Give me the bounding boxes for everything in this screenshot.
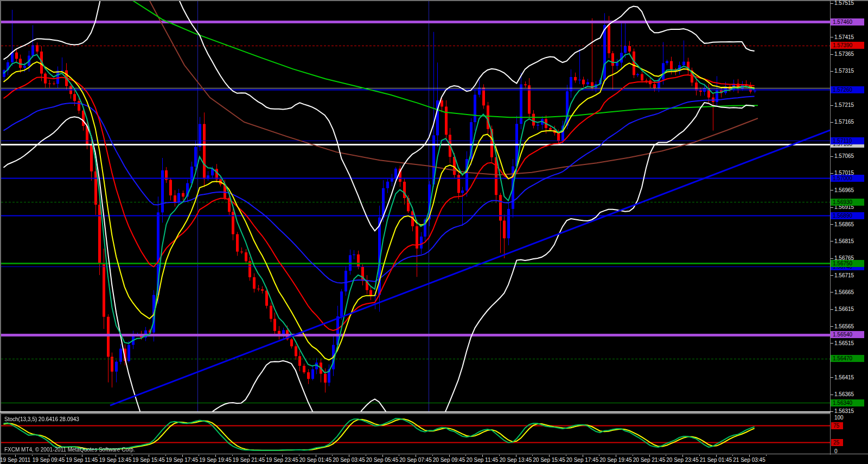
price-tick-label: 1.57215	[834, 101, 854, 109]
price-marker: 1.57000	[831, 175, 864, 182]
time-label: 19 Sep 21:45	[233, 456, 265, 463]
price-marker: 1.57260	[831, 86, 864, 93]
time-minor-tick	[532, 455, 533, 456]
time-minor-tick	[633, 455, 633, 456]
price-tick-label: 1.57415	[834, 34, 854, 41]
time-label: 20 Sep 01:45	[299, 456, 332, 463]
price-tick-mark	[831, 207, 833, 208]
time-minor-tick	[699, 455, 700, 456]
price-tick-mark	[831, 224, 833, 225]
price-tick-label: 1.57315	[834, 67, 854, 74]
time-minor-tick	[366, 455, 366, 456]
price-tick-label: 1.56515	[834, 340, 854, 347]
price-tick-mark	[831, 377, 833, 378]
time-minor-tick	[265, 455, 266, 456]
price-tick-mark	[831, 258, 833, 259]
time-minor-tick	[232, 455, 233, 456]
time-minor-tick	[199, 455, 199, 456]
time-label: 20 Sep 19:45	[599, 456, 632, 463]
price-tick-label: 1.56965	[834, 187, 854, 194]
price-tick-mark	[831, 292, 833, 293]
time-label: 19 Sep 17:45	[166, 456, 199, 463]
time-label: 20 Sep 13:45	[500, 456, 532, 463]
stoch-indicator-name: Stoch(13,3,5)	[4, 416, 37, 422]
price-marker: 1.56750	[831, 260, 864, 267]
time-minor-tick	[432, 455, 433, 456]
price-tick-mark	[831, 3, 833, 4]
time-label: 20 Sep 23:45	[666, 456, 699, 463]
price-tick-label: 1.56865	[834, 221, 854, 228]
time-minor-tick	[99, 455, 99, 456]
time-label: 20 Sep 05:45	[366, 456, 399, 463]
time-label: 20 Sep 11:45	[467, 456, 499, 463]
stoch-axis-label: 0	[834, 448, 838, 455]
time-minor-tick	[666, 455, 666, 456]
price-tick-mark	[831, 54, 833, 55]
time-label: 19 Sep 23:45	[266, 456, 298, 463]
price-tick-mark	[831, 411, 833, 412]
price-tick-mark	[831, 105, 833, 106]
main-chart-canvas[interactable]	[1, 1, 830, 411]
price-tick-mark	[831, 173, 833, 174]
mt4-chart-window: 1.575151.574151.573651.573151.572151.571…	[0, 0, 868, 464]
price-marker: 1.56470	[831, 355, 864, 362]
price-tick-label: 1.56665	[834, 289, 854, 296]
time-minor-tick	[65, 455, 66, 456]
time-axis[interactable]: 19 Sep 201119 Sep 09:4519 Sep 11:4519 Se…	[0, 455, 868, 464]
time-axis-separator	[0, 454, 868, 454]
price-marker: 1.56540	[831, 331, 864, 338]
time-minor-tick	[499, 455, 500, 456]
time-label: 20 Sep 21:45	[633, 456, 666, 463]
time-minor-tick	[132, 455, 132, 456]
price-marker: 1.56340	[831, 399, 864, 406]
price-tick-mark	[831, 343, 833, 344]
price-tick-label: 1.57065	[834, 152, 854, 160]
time-label: 19 Sep 15:45	[132, 456, 165, 463]
time-minor-tick	[732, 455, 733, 456]
price-tick-label: 1.56415	[834, 374, 854, 381]
stoch-axis[interactable]: 10075250	[831, 412, 868, 455]
time-minor-tick	[165, 455, 166, 456]
price-marker: 1.56890	[831, 212, 864, 219]
price-tick-label: 1.57515	[834, 0, 854, 7]
time-label: 20 Sep 17:45	[566, 456, 599, 463]
price-tick-mark	[831, 156, 833, 157]
time-label: 19 Sep 09:45	[33, 456, 65, 463]
time-minor-tick	[332, 455, 333, 456]
price-marker: 1.56930	[831, 199, 864, 206]
stoch-axis-label: 100	[834, 414, 844, 421]
price-tick-label: 1.57165	[834, 118, 854, 125]
time-label: 19 Sep 2011	[0, 456, 30, 463]
price-axis[interactable]: 1.575151.574151.573651.573151.572151.571…	[831, 0, 868, 455]
price-tick-label: 1.56565	[834, 323, 854, 330]
price-tick-mark	[831, 241, 833, 241]
time-label: 20 Sep 09:45	[433, 456, 465, 463]
time-label: 21 Sep 01:45	[700, 456, 732, 463]
stoch-level-marker: 75	[831, 422, 843, 429]
time-label: 20 Sep 15:45	[533, 456, 565, 463]
price-marker: 1.57390	[831, 42, 864, 49]
price-tick-mark	[831, 326, 833, 327]
price-tick-mark	[831, 309, 833, 310]
time-label: 21 Sep 03:45	[733, 456, 765, 463]
price-tick-label: 1.57365	[834, 50, 854, 58]
window-top-border	[0, 0, 868, 1]
price-marker: 1.57460	[831, 18, 864, 26]
pane-separator[interactable]	[0, 412, 831, 414]
time-minor-tick	[766, 455, 767, 456]
time-minor-tick	[399, 455, 399, 456]
price-tick-label: 1.56815	[834, 238, 854, 245]
price-marker: 1.57110	[831, 137, 864, 144]
time-label: 20 Sep 03:45	[333, 456, 365, 463]
time-label: 19 Sep 19:45	[199, 456, 232, 463]
price-tick-label: 1.56715	[834, 272, 854, 279]
stoch-level-marker: 25	[831, 439, 843, 446]
time-minor-tick	[299, 455, 299, 456]
stoch-value-signal: 28.0943	[60, 416, 79, 422]
time-minor-tick	[599, 455, 599, 456]
price-tick-mark	[831, 395, 833, 395]
price-tick-label: 1.56365	[834, 391, 854, 398]
stoch-value-main: 20.6416	[39, 416, 58, 422]
stoch-label: Stoch(13,3,5) 20.6416 28.0943	[4, 416, 79, 423]
window-left-border	[0, 0, 1, 464]
